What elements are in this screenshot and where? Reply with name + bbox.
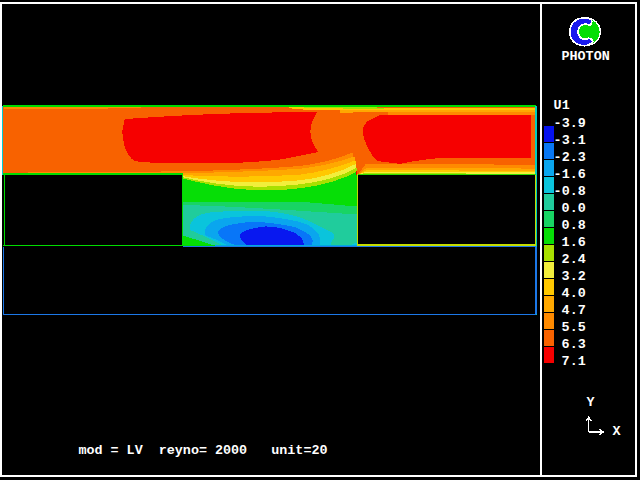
svg-text:5.5: 5.5 xyxy=(562,320,586,335)
svg-text:7.1: 7.1 xyxy=(562,354,586,369)
svg-text:Y: Y xyxy=(587,395,596,410)
svg-text:4.0: 4.0 xyxy=(562,286,586,301)
svg-text:-3.1: -3.1 xyxy=(554,133,586,148)
svg-text:U1: U1 xyxy=(554,98,570,113)
svg-text:0.0: 0.0 xyxy=(562,201,586,216)
svg-text:-2.3: -2.3 xyxy=(554,150,586,165)
svg-text:6.3: 6.3 xyxy=(562,337,586,352)
svg-text:4.7: 4.7 xyxy=(562,303,586,318)
svg-text:X: X xyxy=(613,424,622,439)
svg-text:0.8: 0.8 xyxy=(562,218,586,233)
svg-text:-3.9: -3.9 xyxy=(554,116,586,131)
svg-text:1.6: 1.6 xyxy=(562,235,586,250)
svg-text:2.4: 2.4 xyxy=(562,252,586,267)
svg-text:-1.6: -1.6 xyxy=(554,167,586,182)
svg-text:3.2: 3.2 xyxy=(562,269,586,284)
svg-text:PHOTON: PHOTON xyxy=(562,49,610,64)
svg-text:-0.8: -0.8 xyxy=(554,184,586,199)
svg-text:mod = LV reyno= 2000 unit=2: mod = LV reyno= 2000 unit=20 xyxy=(78,443,327,458)
